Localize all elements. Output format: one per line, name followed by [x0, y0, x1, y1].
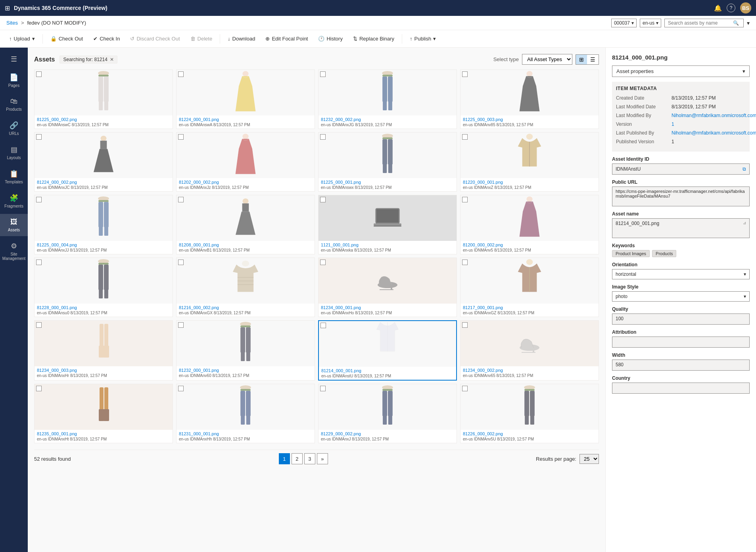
asset-type-dropdown[interactable]: All Asset Types	[522, 54, 572, 65]
asset-name-link[interactable]: 81234_000_001.png	[321, 305, 454, 310]
publish-dropdown-icon[interactable]: ▾	[433, 36, 436, 42]
grid-view-button[interactable]: ⊞	[576, 55, 587, 64]
breadcrumb-sites[interactable]: Sites	[6, 20, 18, 26]
asset-card[interactable]: 1121_000_001.png en-us IDNMAnxka 8/13/20…	[318, 195, 457, 254]
asset-name-link[interactable]: 81214_000_001.png	[321, 368, 454, 373]
asset-card[interactable]: 81232_000_002.png en-us IDNMAnxJG 8/13/2…	[318, 69, 457, 129]
asset-name-link[interactable]: 81208_000_001.png	[179, 242, 312, 247]
image-style-dropdown[interactable]: photo ▾	[612, 291, 750, 302]
asset-name-link[interactable]: 81234_000_002.png	[463, 368, 596, 373]
asset-card[interactable]: 81231_000_001.png en-us IDNMAnxHh 8/13/2…	[176, 384, 315, 443]
environment-dropdown[interactable]: 000037 ▾	[611, 19, 637, 27]
asset-card[interactable]: 81225_000_003.png en-us IDNMAnv85 8/13/2…	[460, 69, 599, 129]
asset-checkbox[interactable]	[36, 71, 42, 77]
publish-button[interactable]: ↑ Publish ▾	[405, 33, 440, 44]
asset-checkbox[interactable]	[462, 134, 468, 140]
asset-checkbox[interactable]	[320, 71, 326, 77]
asset-card[interactable]: 81224_000_001.png en-us IDNMAnswA 8/13/2…	[176, 69, 315, 129]
sidebar-item-fragments[interactable]: 🧩 Fragments	[0, 190, 28, 212]
asset-name-link[interactable]: 81234_000_003.png	[37, 368, 170, 373]
asset-card[interactable]: 81234_000_002.png en-us IDNMAnv65 8/13/2…	[460, 320, 599, 381]
asset-name-link[interactable]: 81225_000_004.png	[37, 242, 170, 247]
asset-checkbox[interactable]	[36, 386, 42, 391]
delete-button[interactable]: 🗑 Delete	[186, 33, 217, 44]
discard-checkout-button[interactable]: ↺ Discard Check Out	[126, 33, 184, 44]
edit-focal-button[interactable]: ⊕ Edit Focal Point	[261, 33, 312, 44]
asset-checkbox[interactable]	[178, 386, 184, 391]
sidebar-item-site-management[interactable]: ⚙ Site Management	[0, 238, 28, 265]
asset-name-link[interactable]: 81216_000_002.png	[179, 305, 312, 310]
asset-card[interactable]: 81229_000_002.png en-us IDNMAnxJ 8/13/20…	[318, 384, 457, 443]
replace-binary-button[interactable]: ⇅ Replace Binary	[349, 33, 399, 44]
settings-dropdown-icon[interactable]: ▾	[747, 20, 750, 26]
asset-card[interactable]: 81202_000_002.png en-us IDNMAnxJz 8/13/2…	[176, 132, 315, 192]
global-search-box[interactable]: 🔍	[664, 19, 744, 27]
asset-name-link[interactable]: 81217_000_001.png	[463, 305, 596, 310]
asset-name-link[interactable]: 81224_000_002.png	[37, 180, 170, 185]
sidebar-item-urls[interactable]: 🔗 URLs	[0, 117, 28, 140]
notification-icon[interactable]: 🔔	[714, 4, 722, 12]
waffle-icon[interactable]: ⊞	[5, 4, 10, 12]
page-next-button[interactable]: »	[317, 453, 328, 464]
per-page-select[interactable]: 25	[579, 454, 599, 464]
checkout-button[interactable]: 🔒 Check Out	[46, 33, 87, 44]
global-search-input[interactable]	[668, 20, 731, 26]
asset-card[interactable]: 81208_000_001.png en-us IDNMAnvB1 8/13/2…	[176, 195, 315, 254]
asset-name-link[interactable]: 81225_000_003.png	[463, 117, 596, 122]
asset-checkbox[interactable]	[462, 260, 468, 265]
asset-checkbox[interactable]	[178, 260, 184, 265]
asset-checkbox[interactable]	[320, 323, 326, 328]
asset-name-link[interactable]: 81220_000_001.png	[463, 180, 596, 185]
asset-card[interactable]: 81225_000_004.png en-us IDNMAnxJJ 8/13/2…	[34, 195, 173, 254]
global-search-icon[interactable]: 🔍	[733, 20, 739, 26]
asset-card[interactable]: 81224_000_002.png en-us IDNMAnxJC 8/13/2…	[34, 132, 173, 192]
asset-card[interactable]: 81232_000_001.png en-us IDNMAnv60 8/13/2…	[176, 320, 315, 381]
asset-checkbox[interactable]	[462, 197, 468, 202]
asset-checkbox[interactable]	[462, 71, 468, 77]
asset-checkbox[interactable]	[178, 197, 184, 202]
asset-card[interactable]: 81225_000_001.png en-us IDNMAnswx 8/13/2…	[318, 132, 457, 192]
help-icon[interactable]: ?	[727, 4, 735, 12]
asset-name-link[interactable]: 81235_000_001.png	[37, 431, 170, 436]
sidebar-item-pages[interactable]: 📄 Pages	[0, 69, 28, 92]
asset-card[interactable]: 81217_000_001.png en-us IDNMAnxGZ 8/13/2…	[460, 258, 599, 317]
asset-checkbox[interactable]	[320, 260, 326, 265]
asset-name-link[interactable]: 81232_000_001.png	[179, 368, 312, 373]
asset-checkbox[interactable]	[178, 71, 184, 77]
asset-name-link[interactable]: 81226_000_002.png	[463, 431, 596, 436]
asset-card[interactable]: 81228_000_001.png en-us IDNMAnsu0 8/13/2…	[34, 258, 173, 317]
sidebar-item-assets[interactable]: 🖼 Assets	[0, 214, 28, 236]
asset-name-link[interactable]: 81228_000_001.png	[37, 305, 170, 310]
asset-checkbox[interactable]	[36, 322, 42, 328]
asset-name-link[interactable]: 81232_000_002.png	[321, 117, 454, 122]
asset-name-link[interactable]: 81229_000_002.png	[321, 431, 454, 436]
sidebar-menu-toggle[interactable]: ☰	[0, 51, 28, 67]
asset-name-link[interactable]: 81224_000_001.png	[179, 117, 312, 122]
asset-card[interactable]: 81226_000_002.png en-us IDNMAnv5U 8/13/2…	[460, 384, 599, 443]
asset-card[interactable]: 81214_000_001.png en-us IDNMAnstU 8/13/2…	[318, 320, 457, 381]
upload-button[interactable]: ↑ Upload ▾	[5, 33, 39, 44]
asset-checkbox[interactable]	[320, 386, 326, 391]
asset-name-link[interactable]: 81231_000_001.png	[179, 431, 312, 436]
asset-properties-dropdown[interactable]: Asset properties ▾	[612, 65, 750, 77]
asset-name-link[interactable]: 1121_000_001.png	[321, 242, 454, 247]
asset-checkbox[interactable]	[36, 260, 42, 265]
page-3-button[interactable]: 3	[304, 453, 315, 464]
asset-checkbox[interactable]	[36, 197, 42, 202]
asset-checkbox[interactable]	[178, 322, 184, 328]
asset-checkbox[interactable]	[36, 134, 42, 140]
avatar[interactable]: BS	[740, 2, 751, 13]
asset-card[interactable]: 81220_000_001.png en-us IDNMAnxZ 8/13/20…	[460, 132, 599, 192]
asset-name-link[interactable]: 81200_000_002.png	[463, 242, 596, 247]
download-button[interactable]: ↓ Download	[223, 33, 259, 44]
page-2-button[interactable]: 2	[292, 453, 303, 464]
sidebar-item-layouts[interactable]: ▤ Layouts	[0, 141, 28, 164]
sidebar-item-products[interactable]: 🛍 Products	[0, 93, 28, 115]
asset-name-link[interactable]: 81202_000_002.png	[179, 180, 312, 185]
asset-card[interactable]: 81234_000_001.png en-us IDNMAnxHo 8/13/2…	[318, 258, 457, 317]
asset-checkbox[interactable]	[462, 322, 468, 328]
asset-checkbox[interactable]	[320, 134, 326, 140]
asset-checkbox[interactable]	[462, 386, 468, 391]
history-button[interactable]: 🕐 History	[314, 33, 347, 44]
asset-name-link[interactable]: 81225_000_001.png	[321, 180, 454, 185]
